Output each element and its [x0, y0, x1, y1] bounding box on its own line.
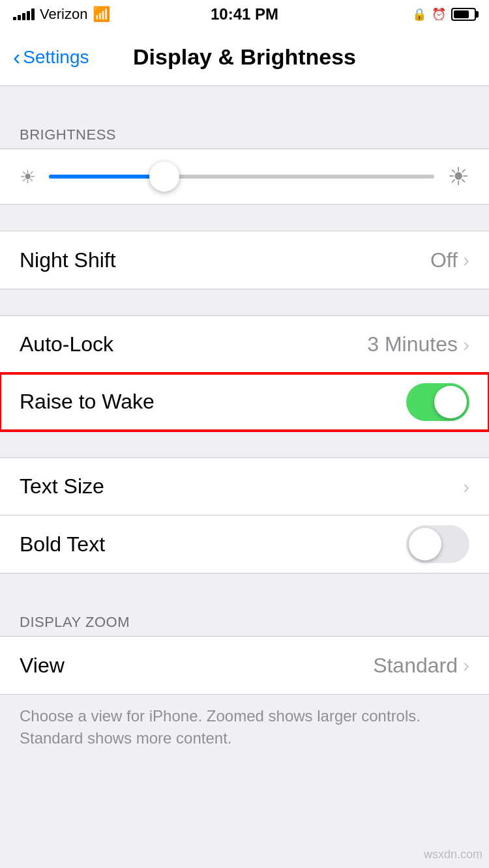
back-label: Settings — [23, 47, 89, 68]
raise-to-wake-label: Raise to Wake — [20, 390, 155, 414]
gap-text — [0, 431, 489, 457]
raise-to-wake-toggle[interactable] — [406, 383, 469, 421]
lock-icon: 🔒 — [412, 7, 426, 22]
battery-fill — [454, 10, 469, 18]
night-shift-value-text: Off — [430, 248, 458, 272]
night-shift-value: Off › — [430, 248, 469, 272]
display-zoom-header: DISPLAY ZOOM — [0, 600, 489, 636]
display-zoom-note: Choose a view for iPhone. Zoomed shows l… — [0, 695, 489, 759]
status-left: Verizon 📶 — [13, 6, 110, 23]
raise-to-wake-row[interactable]: Raise to Wake — [0, 373, 489, 431]
brightness-section: ☀ ☀ — [0, 149, 489, 205]
sun-small-icon: ☀ — [20, 166, 36, 188]
status-right: 🔒 ⏰ — [412, 7, 476, 22]
back-chevron-icon: ‹ — [13, 46, 20, 68]
gap-display-zoom — [0, 573, 489, 600]
text-size-value: › — [463, 476, 469, 498]
view-value: Standard › — [373, 654, 469, 678]
view-chevron-icon: › — [463, 654, 469, 676]
night-shift-row[interactable]: Night Shift Off › — [0, 231, 489, 289]
display-zoom-card: View Standard › — [0, 636, 489, 695]
brightness-header: BRIGHTNESS — [0, 112, 489, 149]
auto-lock-value: 3 Minutes › — [367, 332, 469, 356]
toggle-knob — [434, 386, 467, 418]
brightness-slider[interactable] — [49, 175, 434, 179]
brightness-thumb[interactable] — [149, 162, 179, 192]
battery-indicator — [451, 8, 476, 21]
sun-large-icon: ☀ — [447, 162, 469, 191]
status-time: 10:41 PM — [211, 5, 278, 23]
autolock-raise-card: Auto-Lock 3 Minutes › Raise to Wake — [0, 315, 489, 431]
carrier-label: Verizon — [40, 6, 87, 23]
back-button[interactable]: ‹ Settings — [13, 47, 89, 68]
bold-text-row[interactable]: Bold Text — [0, 515, 489, 573]
text-size-chevron-icon: › — [463, 476, 469, 498]
auto-lock-label: Auto-Lock — [20, 332, 113, 356]
night-shift-card: Night Shift Off › — [0, 231, 489, 289]
text-size-row[interactable]: Text Size › — [0, 458, 489, 515]
gap-top — [0, 86, 489, 112]
auto-lock-row[interactable]: Auto-Lock 3 Minutes › — [0, 316, 489, 373]
brightness-slider-row: ☀ ☀ — [20, 162, 469, 191]
watermark: wsxdn.com — [424, 848, 482, 861]
view-label: View — [20, 654, 65, 678]
bold-text-label: Bold Text — [20, 532, 105, 557]
page-title: Display & Brightness — [133, 44, 356, 70]
view-value-text: Standard — [373, 654, 458, 678]
alarm-icon: ⏰ — [432, 7, 446, 22]
signal-bars — [13, 8, 35, 20]
bold-toggle-knob — [409, 528, 441, 560]
wifi-icon: 📶 — [93, 6, 110, 23]
text-size-label: Text Size — [20, 474, 104, 499]
status-bar: Verizon 📶 10:41 PM 🔒 ⏰ — [0, 0, 489, 29]
gap-night-shift — [0, 205, 489, 231]
night-shift-chevron-icon: › — [463, 249, 469, 271]
gap-autolock — [0, 289, 489, 315]
text-card: Text Size › Bold Text — [0, 457, 489, 573]
view-row[interactable]: View Standard › — [0, 637, 489, 694]
auto-lock-chevron-icon: › — [463, 334, 469, 356]
bold-text-toggle[interactable] — [406, 525, 469, 563]
auto-lock-value-text: 3 Minutes — [367, 332, 458, 356]
night-shift-label: Night Shift — [20, 248, 116, 272]
nav-bar: ‹ Settings Display & Brightness — [0, 29, 489, 86]
brightness-fill — [49, 175, 164, 179]
